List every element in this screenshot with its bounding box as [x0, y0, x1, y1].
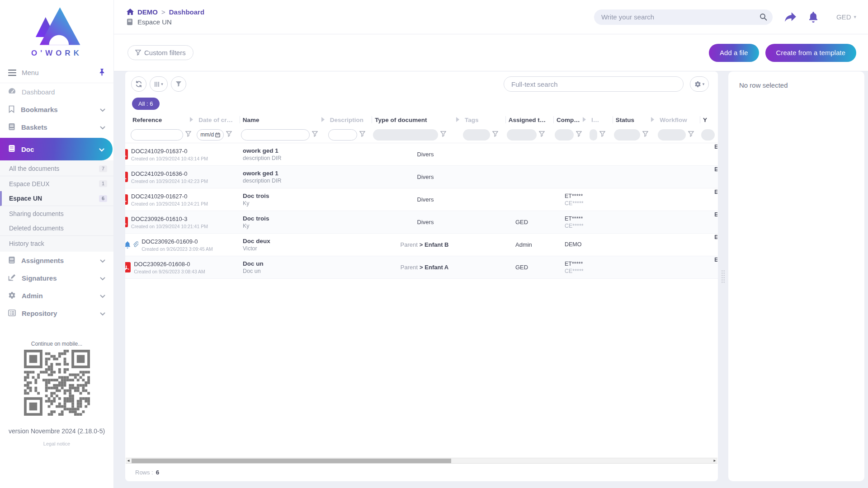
- funnel-icon[interactable]: [312, 131, 318, 139]
- funnel-icon[interactable]: [440, 131, 446, 139]
- table-row[interactable]: DOC230926-01610-3 Created on 10/29/2024 …: [125, 211, 718, 234]
- table-row[interactable]: DOC241029-01637-0 Created on 10/29/2024 …: [125, 143, 718, 166]
- column-header-comp[interactable]: Comp…: [554, 113, 589, 127]
- sidebar-item[interactable]: Admin: [0, 287, 113, 305]
- document-comp-line1: ET*****: [565, 261, 600, 267]
- search-icon[interactable]: [760, 13, 767, 23]
- funnel-icon[interactable]: [576, 131, 582, 139]
- sort-icon[interactable]: [582, 117, 586, 123]
- column-header-workflow[interactable]: Workflow: [657, 113, 700, 127]
- funnel-icon[interactable]: [359, 131, 365, 139]
- cell-status: [625, 234, 670, 256]
- legal-notice-link[interactable]: Legal notice: [0, 441, 113, 446]
- pin-sidebar-icon[interactable]: [99, 68, 105, 77]
- sort-icon[interactable]: [189, 117, 193, 123]
- table-row[interactable]: DOC230926-01609-0 Created on 9/26/2023 3…: [125, 234, 718, 256]
- panel-resize-handle[interactable]: [721, 270, 725, 283]
- cell-description: [332, 211, 378, 233]
- column-header-assigned[interactable]: Assigned t…: [506, 113, 554, 127]
- custom-filters-button[interactable]: Custom filters: [127, 45, 193, 60]
- list-icon: [8, 310, 16, 318]
- sort-icon[interactable]: [456, 117, 460, 123]
- grid-settings-button[interactable]: ▾: [690, 76, 709, 92]
- filter-date-input[interactable]: mm/d: [197, 129, 224, 141]
- doc-submenu-item[interactable]: All the documents 7: [0, 161, 113, 176]
- funnel-icon[interactable]: [642, 131, 648, 139]
- cell-workflow: [670, 188, 715, 211]
- submenu-item-label: Sharing documents: [9, 210, 64, 217]
- column-header-description[interactable]: Description: [327, 113, 372, 127]
- column-header-name[interactable]: Name: [240, 113, 327, 127]
- sidebar-item[interactable]: Baskets: [0, 118, 113, 136]
- filter-name-input[interactable]: [241, 129, 310, 141]
- cell-date: [198, 256, 243, 278]
- sort-icon[interactable]: [321, 117, 325, 123]
- table-row[interactable]: DOC241029-01636-0 Created on 10/29/2024 …: [125, 166, 718, 188]
- breadcrumb-current[interactable]: Dashboard: [169, 8, 204, 16]
- funnel-icon[interactable]: [226, 131, 232, 139]
- doc-submenu-item[interactable]: History track: [0, 236, 113, 251]
- paperclip-icon: [132, 241, 138, 248]
- sort-icon[interactable]: [651, 117, 655, 123]
- filter-workflow-input[interactable]: [658, 129, 686, 141]
- cell-date: [198, 188, 243, 211]
- home-icon[interactable]: [127, 9, 134, 15]
- column-header-reference[interactable]: Reference: [130, 113, 196, 127]
- filter-description-input[interactable]: [328, 129, 357, 141]
- funnel-icon[interactable]: [599, 131, 605, 139]
- filter-i-input[interactable]: [590, 129, 597, 141]
- sidebar-item[interactable]: Assignments: [0, 252, 113, 269]
- tab-all-count[interactable]: All : 6: [132, 98, 160, 110]
- filter-reference-input[interactable]: [131, 129, 183, 141]
- filter-button[interactable]: [171, 76, 186, 92]
- scroll-right-arrow[interactable]: ►: [712, 458, 717, 463]
- funnel-icon[interactable]: [185, 131, 191, 139]
- fulltext-search-input[interactable]: [504, 76, 684, 92]
- funnel-icon[interactable]: [688, 131, 694, 139]
- column-header-i[interactable]: I…: [589, 113, 613, 127]
- column-header-date[interactable]: Date of cr…: [196, 113, 240, 127]
- column-header-status[interactable]: Status: [613, 113, 657, 127]
- filter-type-input[interactable]: [373, 129, 438, 141]
- document-assigned: GED: [515, 219, 565, 225]
- cell-description: [332, 234, 378, 256]
- scroll-left-arrow[interactable]: ◄: [126, 458, 131, 463]
- funnel-icon[interactable]: [492, 131, 498, 139]
- doc-submenu-item[interactable]: Espace UN 6: [0, 191, 113, 206]
- table-row[interactable]: DOC230926-01608-0 Created on 9/26/2023 3…: [125, 256, 718, 279]
- horizontal-scrollbar[interactable]: ◄ ►: [126, 458, 717, 464]
- funnel-icon[interactable]: [539, 131, 545, 139]
- sidebar-item[interactable]: Signatures: [0, 269, 113, 287]
- no-row-selected-text: No row selected: [739, 81, 788, 89]
- notifications-bell-icon[interactable]: [808, 12, 818, 23]
- sidebar-item[interactable]: Repository: [0, 305, 113, 322]
- share-button[interactable]: [784, 12, 797, 23]
- sidebar-item-label: Bookmarks: [21, 106, 58, 113]
- create-from-template-button[interactable]: Create from a template: [765, 44, 856, 62]
- doc-submenu-item[interactable]: Deleted documents: [0, 221, 113, 236]
- column-header-type[interactable]: Type of document: [372, 113, 462, 127]
- menu-toggle[interactable]: Menu: [0, 62, 113, 83]
- document-name: Doc un: [243, 260, 332, 267]
- user-menu[interactable]: GED ▾: [836, 13, 856, 21]
- refresh-button[interactable]: [131, 76, 146, 92]
- filter-status-input[interactable]: [614, 129, 640, 141]
- breadcrumb-root[interactable]: DEMO: [137, 8, 158, 16]
- column-header-tags[interactable]: Tags: [462, 113, 506, 127]
- add-file-button[interactable]: Add a file: [709, 44, 759, 62]
- filter-assigned-input[interactable]: [507, 129, 537, 141]
- sidebar-item[interactable]: Dashboard: [0, 83, 113, 101]
- filter-comp-input[interactable]: [555, 129, 574, 141]
- doc-submenu-item[interactable]: Espace DEUX 1: [0, 176, 113, 191]
- chevron-down-icon: ▾: [161, 82, 163, 86]
- scrollbar-thumb[interactable]: [132, 459, 451, 463]
- columns-button[interactable]: ▾: [150, 76, 168, 92]
- sidebar-item[interactable]: Bookmarks: [0, 101, 113, 118]
- doc-submenu-item[interactable]: Sharing documents: [0, 206, 113, 221]
- column-header-y[interactable]: Y: [700, 113, 718, 127]
- filter-y-input[interactable]: [701, 129, 715, 141]
- global-search-input[interactable]: [594, 9, 773, 25]
- filter-tags-input[interactable]: [463, 129, 490, 141]
- table-row[interactable]: DOC241029-01627-0 Created on 10/29/2024 …: [125, 188, 718, 211]
- sidebar-item-doc[interactable]: Doc: [0, 138, 113, 160]
